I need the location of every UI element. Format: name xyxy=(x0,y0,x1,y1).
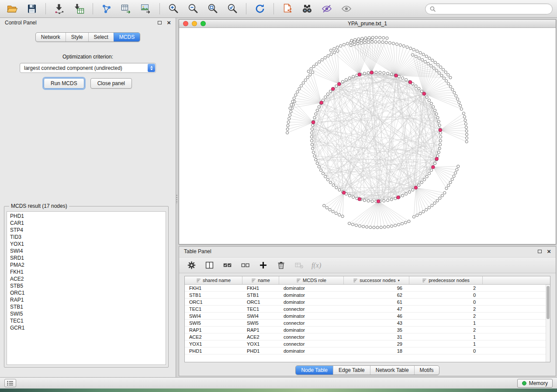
mcds-result-item[interactable]: GCR1 xyxy=(10,324,166,331)
table-row[interactable]: ACE2ACE2connector311 xyxy=(185,334,550,340)
mcds-result-item[interactable]: ACE2 xyxy=(10,275,166,282)
network-canvas[interactable] xyxy=(179,28,556,244)
table-cell: PHD1 xyxy=(185,348,242,354)
network-window-titlebar[interactable]: YPA_prune.txt_1 xyxy=(179,20,556,28)
search-box[interactable] xyxy=(425,3,553,14)
tab-network[interactable]: Network xyxy=(36,33,66,41)
table-row[interactable]: FKH1FKH1dominator962 xyxy=(185,285,550,292)
minimize-window-icon[interactable] xyxy=(192,21,197,26)
sort-icon xyxy=(353,278,358,283)
select-all-button[interactable] xyxy=(222,260,232,271)
toolbar-separator xyxy=(45,3,46,14)
show-columns-button[interactable] xyxy=(204,260,214,271)
export-network-button[interactable] xyxy=(99,2,114,16)
tab-select[interactable]: Select xyxy=(88,33,114,41)
mcds-result-item[interactable]: TID3 xyxy=(10,234,166,241)
desktop-background xyxy=(0,389,557,392)
find-network-button[interactable] xyxy=(299,2,315,16)
table-cell: ACE2 xyxy=(242,334,279,340)
mcds-result-item[interactable]: FKH1 xyxy=(10,268,166,275)
memory-button[interactable]: Memory xyxy=(517,379,553,388)
tab-style[interactable]: Style xyxy=(66,33,88,41)
maximize-window-icon[interactable] xyxy=(201,21,206,26)
status-bar: Memory xyxy=(0,377,557,389)
optimization-criterion-select[interactable]: largest connected component (undirected) xyxy=(20,63,156,73)
tab-mcds[interactable]: MCDS xyxy=(114,33,140,41)
table-cell: ORC1 xyxy=(242,299,279,305)
table-scrollbar[interactable] xyxy=(546,285,550,362)
panel-splitter[interactable] xyxy=(176,18,178,377)
table-cell: connector xyxy=(279,334,344,340)
table-row[interactable]: SWI4SWI4dominator462 xyxy=(185,313,550,320)
mcds-result-item[interactable]: ORC1 xyxy=(10,289,166,296)
zoom-out-button[interactable] xyxy=(185,2,201,16)
float-panel-icon[interactable] xyxy=(158,21,162,24)
table-row[interactable]: ORC1ORC1dominator610 xyxy=(185,299,550,306)
column-header-predecessor-nodes[interactable]: predecessor nodes xyxy=(409,276,483,284)
import-table-button[interactable] xyxy=(71,2,87,16)
control-panel-window-buttons: × xyxy=(158,21,171,25)
column-header-mcds-role[interactable]: MCDS role xyxy=(279,276,344,284)
tab-edge-table[interactable]: Edge Table xyxy=(333,366,370,375)
close-panel-icon[interactable]: × xyxy=(547,249,551,254)
splitter-grip-icon[interactable] xyxy=(176,194,178,204)
column-header-successor-nodes[interactable]: successor nodes▾ xyxy=(344,276,409,284)
close-window-icon[interactable] xyxy=(183,21,188,26)
mcds-result-item[interactable]: PHD1 xyxy=(10,213,166,220)
hide-graphics-details-button[interactable] xyxy=(319,2,335,16)
mcds-result-item[interactable]: STB1 xyxy=(10,303,166,310)
column-label: name xyxy=(258,278,270,283)
show-panels-button[interactable] xyxy=(4,379,16,387)
save-session-button[interactable] xyxy=(24,2,40,16)
table-row[interactable]: STB1STB1dominator620 xyxy=(185,292,550,299)
close-panel-button[interactable]: Close panel xyxy=(90,78,132,89)
table-row[interactable]: PHD1PHD1dominator180 xyxy=(185,347,550,354)
add-row-button[interactable] xyxy=(258,260,268,271)
import-network-button[interactable] xyxy=(52,2,67,16)
mcds-result-item[interactable]: STP4 xyxy=(10,227,166,234)
table-cell: dominator xyxy=(279,285,344,291)
zoom-in-button[interactable] xyxy=(166,2,181,16)
add-row-icon xyxy=(259,261,268,270)
zoom-fit-button[interactable] xyxy=(205,2,221,16)
run-mcds-button[interactable]: Run MCDS xyxy=(44,78,84,89)
share-document-button[interactable] xyxy=(280,2,295,16)
export-table-button[interactable] xyxy=(118,2,134,16)
mcds-result-item[interactable]: YOX1 xyxy=(10,241,166,248)
table-row[interactable]: RAP1RAP1dominator352 xyxy=(185,327,550,334)
mcds-result-item[interactable]: CAR1 xyxy=(10,220,166,227)
table-row[interactable]: YOX1YOX1connector291 xyxy=(185,340,550,347)
zoom-selected-button[interactable] xyxy=(225,2,240,16)
mcds-result-item[interactable]: SWI4 xyxy=(10,248,166,254)
mcds-result-item[interactable]: PMA2 xyxy=(10,261,166,268)
scrollbar-thumb[interactable] xyxy=(547,286,550,319)
table-row[interactable]: SWI5SWI5connector431 xyxy=(185,320,550,327)
clear-selection-button[interactable] xyxy=(240,260,250,271)
delete-row-button[interactable] xyxy=(276,260,286,271)
mcds-result-item[interactable]: STB5 xyxy=(10,282,166,289)
export-table-icon xyxy=(121,3,132,14)
column-header-shared-name[interactable]: shared name xyxy=(185,276,242,284)
mcds-result-item[interactable]: RAP1 xyxy=(10,296,166,303)
search-input[interactable] xyxy=(438,6,548,12)
refresh-view-button[interactable] xyxy=(252,2,268,16)
function-builder-button[interactable]: f(x) xyxy=(311,260,321,271)
tab-network-table[interactable]: Network Table xyxy=(370,366,414,375)
tab-node-table[interactable]: Node Table xyxy=(296,366,333,375)
settings-button[interactable] xyxy=(186,260,197,271)
mcds-buttons-row: Run MCDS Close panel xyxy=(0,78,176,89)
show-graphics-details-button[interactable] xyxy=(339,2,354,16)
float-panel-icon[interactable] xyxy=(538,250,542,253)
export-image-button[interactable] xyxy=(138,2,154,16)
mcds-result-item[interactable]: SWI5 xyxy=(10,310,166,317)
network-graph[interactable] xyxy=(179,28,556,244)
mcds-result-item[interactable]: TEC1 xyxy=(10,317,166,324)
open-session-button[interactable] xyxy=(4,2,20,16)
tab-motifs[interactable]: Motifs xyxy=(414,366,439,375)
mcds-result-item[interactable]: SRD1 xyxy=(10,254,166,261)
column-header-name[interactable]: name xyxy=(242,276,279,284)
table-row[interactable]: TEC1TEC1connector472 xyxy=(185,306,550,313)
hide-table-button[interactable] xyxy=(294,260,304,271)
share-document-icon xyxy=(282,3,293,14)
close-panel-icon[interactable]: × xyxy=(167,21,171,25)
